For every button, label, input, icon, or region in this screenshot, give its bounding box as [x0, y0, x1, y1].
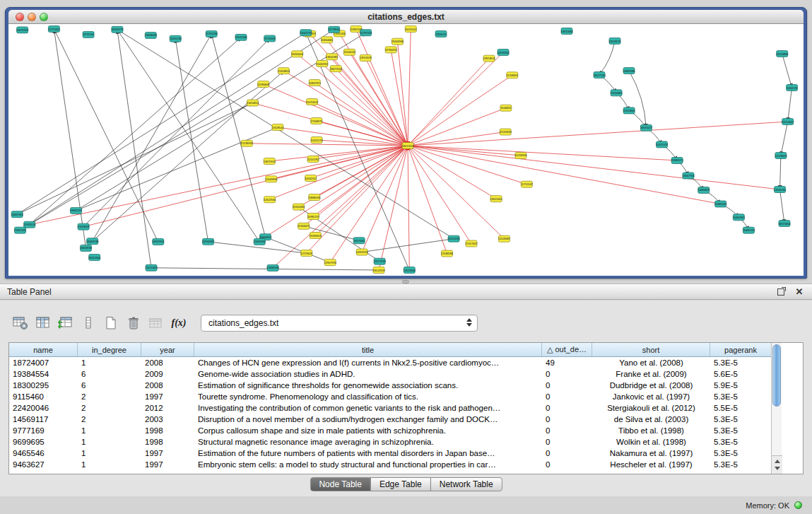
graph-edge[interactable] [782, 54, 792, 88]
network-canvas[interactable]: 1801311818152959149592182290799412729059… [8, 24, 804, 276]
graph-node[interactable]: 20474279 [111, 26, 123, 33]
graph-edge[interactable] [336, 69, 408, 146]
graph-node[interactable]: 13528541 [271, 124, 283, 131]
graph-node[interactable]: 21144242 [343, 49, 355, 55]
graph-node[interactable]: 9356129 [435, 31, 447, 37]
graph-node[interactable]: 15461861 [733, 214, 745, 221]
graph-node[interactable]: 14182312 [305, 175, 317, 182]
graph-node[interactable]: 12729059 [300, 250, 312, 257]
graph-node[interactable]: 18527145 [594, 72, 606, 78]
graph-edge[interactable] [408, 146, 504, 239]
close-traffic-light-icon[interactable] [16, 13, 24, 21]
graph-node[interactable]: 20664465 [321, 37, 333, 43]
graph-node[interactable]: 17017407 [465, 240, 477, 247]
table-settings-button[interactable] [10, 314, 31, 332]
graph-node[interactable]: 19813816 [483, 55, 495, 62]
graph-edge[interactable] [362, 146, 408, 252]
graph-edge[interactable] [780, 156, 781, 189]
table-row[interactable]: 977716911998Corpus callosum shape and si… [9, 425, 803, 436]
graph-edge[interactable] [93, 34, 212, 241]
graph-node[interactable]: 20934587 [202, 238, 214, 245]
graph-node[interactable]: 21775321 [48, 26, 60, 33]
graph-edge[interactable] [17, 103, 252, 215]
graph-node[interactable]: 15755266 [206, 30, 218, 37]
graph-node[interactable]: 23214347 [782, 119, 794, 125]
graph-node[interactable]: 16075027 [640, 124, 652, 131]
graph-node[interactable]: 11528487 [498, 235, 510, 242]
graph-node[interactable]: 10942483 [293, 204, 305, 210]
graph-node[interactable]: 11208692 [506, 72, 518, 78]
column-display-button[interactable] [33, 314, 54, 332]
graph-node[interactable]: 12009834 [265, 176, 277, 182]
graph-node[interactable]: 9044813 [500, 105, 512, 111]
graph-node[interactable]: 11471529 [656, 141, 668, 148]
graph-edge[interactable] [304, 146, 408, 226]
graph-edge[interactable] [30, 37, 241, 225]
graph-edge[interactable] [315, 146, 408, 235]
graph-node[interactable]: 23577939 [374, 258, 386, 264]
graph-edge[interactable] [283, 71, 408, 146]
graph-node[interactable]: 23446966 [392, 38, 404, 45]
graph-node[interactable]: 10198334 [514, 152, 526, 158]
graph-edge[interactable] [247, 144, 408, 146]
row-selector-button[interactable] [78, 314, 99, 332]
graph-node[interactable]: 23600385 [326, 54, 338, 60]
graph-edge[interactable] [332, 57, 408, 146]
graph-edge[interactable] [781, 122, 788, 156]
table-row[interactable]: 1830029562008Estimation of significance … [9, 380, 803, 391]
graph-edge[interactable] [264, 84, 408, 146]
graph-node[interactable]: 10105740 [170, 35, 182, 42]
zoom-traffic-light-icon[interactable] [40, 13, 48, 21]
graph-node[interactable]: 9722633 [264, 35, 276, 42]
graph-node[interactable]: 16681559 [70, 207, 82, 214]
table-row[interactable]: 2242004622012Investigating the contribut… [9, 402, 803, 414]
graph-edge[interactable] [151, 268, 379, 270]
graph-edge[interactable] [17, 33, 306, 214]
graph-node[interactable]: 17948975 [310, 118, 322, 124]
graph-edge[interactable] [408, 108, 506, 146]
table-row[interactable]: 1938455462009Genome-wide association stu… [9, 368, 803, 380]
graph-node[interactable]: 20151130 [448, 235, 460, 242]
graph-node[interactable]: 21608824 [278, 68, 290, 74]
graph-node[interactable]: 19766359 [385, 47, 397, 53]
graph-edge[interactable] [408, 59, 489, 146]
graph-node[interactable]: 10141346 [235, 34, 247, 40]
graph-node[interactable]: 13913029 [360, 54, 372, 61]
graph-node[interactable]: 10201574 [311, 137, 323, 144]
graph-node[interactable]: 21967425 [14, 227, 26, 233]
network-selector[interactable]: citations_edges.txt [201, 315, 478, 332]
scrollbar-thumb[interactable] [772, 344, 781, 407]
graph-edge[interactable] [117, 30, 151, 268]
graph-node[interactable]: 22535833 [500, 129, 512, 135]
graph-edge[interactable] [408, 122, 788, 146]
graph-node[interactable]: 9270156 [83, 31, 94, 37]
graph-edge[interactable] [349, 52, 408, 146]
add-column-button[interactable] [55, 314, 76, 332]
graph-node[interactable]: 16469233 [743, 227, 755, 233]
graph-node[interactable]: 16833939 [80, 245, 92, 251]
graph-edge[interactable] [307, 146, 408, 253]
column-header-in_degree[interactable]: in_degree [78, 343, 141, 357]
graph-node[interactable]: 22588286 [441, 250, 453, 257]
graph-node[interactable]: 11715547 [521, 181, 533, 187]
graph-edge[interactable] [780, 189, 784, 223]
column-header-name[interactable]: name [9, 343, 78, 357]
graph-edge[interactable] [408, 52, 503, 146]
column-header-short[interactable]: short [592, 343, 710, 357]
graph-edge[interactable] [311, 146, 408, 178]
graph-node[interactable]: 22344075 [298, 223, 310, 229]
graph-node[interactable]: 11778941 [328, 26, 340, 33]
graph-node[interactable]: 9057648 [353, 238, 365, 244]
graph-node[interactable]: 14172405 [146, 264, 158, 271]
graph-edge[interactable] [391, 49, 408, 146]
graph-node[interactable]: 21155782 [307, 156, 319, 163]
graph-edge[interactable] [408, 75, 512, 146]
graph-node[interactable]: 21194959 [78, 223, 90, 230]
graph-node[interactable]: 18387986 [623, 68, 635, 74]
graph-node[interactable]: 14042737 [300, 30, 312, 36]
graph-node[interactable]: 13068748 [267, 264, 279, 271]
graph-edge[interactable] [322, 64, 408, 146]
column-header-title[interactable]: title [194, 343, 542, 357]
graph-edge[interactable] [365, 58, 408, 146]
graph-node[interactable]: 10982137 [307, 214, 319, 220]
